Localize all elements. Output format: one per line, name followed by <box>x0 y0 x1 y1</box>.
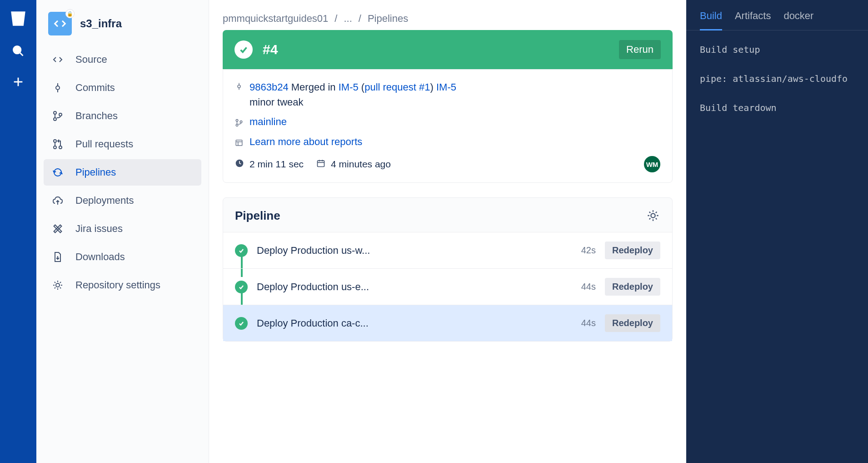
sidebar-item-downloads[interactable]: Downloads <box>44 244 201 270</box>
reports-line: Learn more about reports <box>235 136 660 150</box>
commit-msg-text: Merged in <box>289 81 339 93</box>
breadcrumb-separator: / <box>359 13 361 25</box>
tab-build[interactable]: Build <box>700 10 722 30</box>
sidebar-item-pull-requests[interactable]: Pull requests <box>44 131 201 157</box>
svg-point-23 <box>236 124 238 126</box>
sidebar-item-deployments[interactable]: Deployments <box>44 187 201 214</box>
jira-icon <box>52 223 64 235</box>
sidebar-item-label: Source <box>75 54 107 65</box>
tab-docker[interactable]: docker <box>783 10 813 30</box>
pipeline-title: Pipeline <box>235 209 647 223</box>
code-icon <box>52 54 64 65</box>
reports-link[interactable]: Learn more about reports <box>249 136 362 148</box>
clock-icon <box>235 159 244 170</box>
redeploy-button[interactable]: Redeploy <box>605 242 660 259</box>
branch-icon <box>52 110 64 122</box>
svg-point-10 <box>54 140 56 142</box>
pipeline-stage[interactable]: Deploy Production us-e... 44s Redeploy <box>223 268 672 305</box>
svg-rect-25 <box>236 140 242 146</box>
log-panel: Build Artifacts docker Build setup pipe:… <box>686 0 868 463</box>
log-output: Build setup pipe: atlassian/aws-cloudfo … <box>686 30 868 127</box>
sidebar-item-label: Deployments <box>75 195 134 206</box>
repo-sidebar: 🔒 s3_infra Source Commits Branches Pull … <box>36 0 209 463</box>
log-tabs: Build Artifacts docker <box>686 0 868 30</box>
branch-link[interactable]: mainline <box>249 116 287 128</box>
search-icon[interactable] <box>9 42 27 60</box>
global-rail <box>0 0 36 463</box>
tab-artifacts[interactable]: Artifacts <box>735 10 771 30</box>
run-duration: 2 min 11 sec <box>249 159 304 170</box>
svg-point-7 <box>54 111 56 114</box>
sidebar-item-label: Pull requests <box>75 138 133 150</box>
redeploy-button[interactable]: Redeploy <box>605 278 660 296</box>
sidebar-item-label: Commits <box>75 82 115 94</box>
pull-request-icon <box>52 138 64 150</box>
breadcrumb-separator: / <box>334 13 337 25</box>
sidebar-item-pipelines[interactable]: Pipelines <box>44 159 201 186</box>
svg-line-1 <box>20 53 23 56</box>
commit-icon <box>52 82 64 94</box>
svg-point-0 <box>14 46 21 54</box>
pull-request-link[interactable]: pull request #1 <box>364 81 430 93</box>
success-check-icon <box>235 281 248 293</box>
sidebar-item-label: Branches <box>75 110 118 122</box>
svg-point-11 <box>54 146 56 149</box>
redeploy-button[interactable]: Redeploy <box>605 314 660 332</box>
sidebar-item-label: Downloads <box>75 251 125 263</box>
sidebar-item-label: Pipelines <box>75 166 116 178</box>
sidebar-item-jira-issues[interactable]: Jira issues <box>44 216 201 242</box>
issue-link[interactable]: IM-5 <box>436 81 456 93</box>
success-check-icon <box>234 40 253 59</box>
svg-rect-16 <box>54 225 62 233</box>
avatar[interactable]: WM <box>644 156 660 172</box>
svg-rect-29 <box>318 161 324 166</box>
rerun-button[interactable]: Rerun <box>619 40 661 59</box>
branch-icon <box>235 118 244 130</box>
gear-icon[interactable] <box>647 209 660 223</box>
sidebar-item-commits[interactable]: Commits <box>44 75 201 101</box>
log-line[interactable]: Build setup <box>700 44 854 55</box>
cloud-upload-icon <box>52 195 64 206</box>
sidebar-item-label: Repository settings <box>75 279 160 291</box>
breadcrumb-segment[interactable]: pmmquickstartguides01 <box>223 13 328 25</box>
sidebar-item-branches[interactable]: Branches <box>44 103 201 129</box>
create-icon[interactable] <box>9 73 27 91</box>
pipeline-stage[interactable]: Deploy Production us-w... 42s Redeploy <box>223 232 672 268</box>
run-number: #4 <box>263 42 609 57</box>
svg-point-18 <box>56 283 60 287</box>
svg-point-33 <box>651 213 655 217</box>
calendar-icon <box>316 159 325 170</box>
success-check-icon <box>235 317 248 330</box>
svg-point-24 <box>240 121 242 123</box>
bitbucket-logo-icon[interactable] <box>8 8 29 29</box>
run-timestamp: 4 minutes ago <box>331 159 391 170</box>
issue-link[interactable]: IM-5 <box>339 81 359 93</box>
sidebar-item-repository-settings[interactable]: Repository settings <box>44 272 201 298</box>
log-line[interactable]: pipe: atlassian/aws-cloudfo <box>700 73 854 84</box>
breadcrumb-segment[interactable]: Pipelines <box>368 13 408 25</box>
stage-name: Deploy Production ca-c... <box>257 317 572 329</box>
pipelines-icon <box>52 166 64 178</box>
svg-point-22 <box>236 120 238 122</box>
pipeline-header: Pipeline <box>223 202 672 232</box>
lock-icon: 🔒 <box>65 9 75 18</box>
commit-hash-link[interactable]: 9863b24 <box>249 81 289 93</box>
log-line[interactable]: Build teardown <box>700 102 854 113</box>
repo-title: s3_infra <box>80 17 122 30</box>
breadcrumb: pmmquickstartguides01 / ... / Pipelines <box>223 13 673 25</box>
repo-avatar-icon: 🔒 <box>48 12 72 35</box>
stage-duration: 44s <box>581 282 596 292</box>
success-check-icon <box>235 244 248 257</box>
pipeline-card: Pipeline Deploy Production us-w... 42s R… <box>223 197 673 342</box>
svg-point-19 <box>238 85 240 88</box>
breadcrumb-ellipsis[interactable]: ... <box>344 13 352 25</box>
pipeline-stage[interactable]: Deploy Production ca-c... 44s Redeploy <box>223 305 672 341</box>
run-details: 9863b24 Merged in IM-5 (pull request #1)… <box>223 69 673 183</box>
stage-name: Deploy Production us-w... <box>257 245 572 257</box>
commit-line: 9863b24 Merged in IM-5 (pull request #1)… <box>235 80 660 110</box>
reports-icon <box>235 138 244 150</box>
branch-line: mainline <box>235 116 660 130</box>
svg-point-4 <box>56 86 60 90</box>
sidebar-item-source[interactable]: Source <box>44 46 201 73</box>
repo-header: 🔒 s3_infra <box>44 12 201 46</box>
